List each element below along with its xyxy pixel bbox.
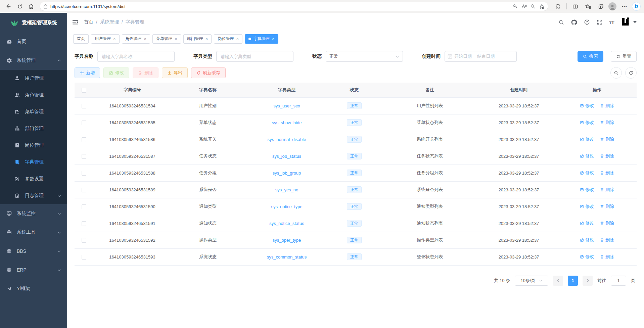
- sidebar-item-user-mgmt[interactable]: 用户管理: [0, 70, 67, 87]
- address-bar[interactable]: https://ccnetcore.com:1101/system/dict: [40, 2, 548, 11]
- sidebar-item-dept-mgmt[interactable]: 部门管理: [0, 120, 67, 137]
- row-checkbox[interactable]: [82, 137, 86, 142]
- dict-type-link[interactable]: sys_yes_no: [275, 187, 298, 192]
- tab-user-mgmt[interactable]: 用户管理×: [91, 34, 120, 44]
- row-checkbox[interactable]: [82, 238, 86, 243]
- tab-menu-mgmt[interactable]: 菜单管理×: [152, 34, 181, 44]
- header-search-icon[interactable]: [558, 19, 564, 25]
- row-checkbox[interactable]: [82, 104, 86, 108]
- tab-role-mgmt[interactable]: 角色管理×: [122, 34, 150, 44]
- row-edit-link[interactable]: 修改: [580, 220, 594, 226]
- tab-dict-mgmt[interactable]: 字典管理×: [245, 34, 278, 44]
- extensions-icon[interactable]: [553, 1, 563, 11]
- font-size-icon[interactable]: TT: [609, 19, 614, 25]
- status-select[interactable]: 正常: [326, 51, 403, 62]
- row-edit-link[interactable]: 修改: [580, 237, 594, 243]
- row-checkbox[interactable]: [82, 171, 86, 176]
- tab-close-icon[interactable]: ×: [272, 37, 275, 41]
- tab-close-icon[interactable]: ×: [113, 37, 116, 41]
- row-edit-link[interactable]: 修改: [580, 203, 594, 209]
- sidebar-item-monitor[interactable]: 系统监控: [0, 204, 67, 223]
- row-edit-link[interactable]: 修改: [580, 103, 594, 109]
- row-delete-link[interactable]: 删除: [600, 153, 614, 159]
- refresh-cache-button[interactable]: 刷新缓存: [191, 67, 226, 78]
- search-button[interactable]: 搜索: [578, 51, 603, 62]
- refresh-icon[interactable]: [15, 1, 25, 11]
- tab-dept-mgmt[interactable]: 部门管理×: [183, 34, 212, 44]
- sidebar-item-system[interactable]: 系统管理: [0, 51, 67, 70]
- sidebar-item-bbs[interactable]: BBS: [0, 242, 67, 261]
- row-delete-link[interactable]: 删除: [600, 254, 614, 260]
- dict-type-link[interactable]: sys_oper_type: [273, 238, 301, 243]
- tab-home[interactable]: 首页: [73, 34, 89, 44]
- tab-close-icon[interactable]: ×: [205, 37, 208, 41]
- dict-type-link[interactable]: sys_job_status: [272, 154, 301, 159]
- github-icon[interactable]: [571, 19, 577, 26]
- row-checkbox[interactable]: [82, 221, 86, 226]
- help-icon[interactable]: [584, 19, 590, 25]
- dict-type-link[interactable]: sys_common_status: [267, 254, 307, 260]
- sidebar-collapse-icon[interactable]: [72, 19, 79, 25]
- breadcrumb-system[interactable]: 系统管理: [100, 19, 119, 25]
- goto-page-input[interactable]: [611, 276, 626, 286]
- tab-post-mgmt[interactable]: 岗位管理×: [214, 34, 242, 44]
- add-favorite-icon[interactable]: [539, 4, 545, 9]
- row-checkbox[interactable]: [82, 154, 86, 159]
- row-edit-link[interactable]: 修改: [580, 170, 594, 176]
- date-range-picker[interactable]: 开始日期 - 结束日期: [445, 51, 517, 62]
- row-delete-link[interactable]: 删除: [600, 170, 614, 176]
- profile-logo[interactable]: [621, 17, 637, 27]
- page-size-select[interactable]: 10条/页: [515, 276, 548, 286]
- back-icon[interactable]: [3, 1, 13, 11]
- row-checkbox[interactable]: [82, 255, 86, 260]
- row-delete-link[interactable]: 删除: [600, 136, 614, 142]
- refresh-table-button[interactable]: [625, 67, 637, 79]
- row-checkbox[interactable]: [82, 188, 86, 192]
- sidebar-item-post-mgmt[interactable]: 岗位管理: [0, 137, 67, 154]
- row-edit-link[interactable]: 修改: [580, 120, 594, 126]
- lock-icon[interactable]: [43, 4, 48, 9]
- password-key-icon[interactable]: [512, 4, 518, 9]
- dict-type-link[interactable]: sys_job_group: [273, 171, 301, 176]
- end-date-placeholder[interactable]: 结束日期: [477, 53, 495, 59]
- row-delete-link[interactable]: 删除: [600, 203, 614, 209]
- sidebar-item-erp[interactable]: ERP: [0, 261, 67, 279]
- sidebar-item-dict-mgmt[interactable]: 字典管理: [0, 154, 67, 171]
- tab-close-icon[interactable]: ×: [175, 37, 177, 41]
- dict-type-link[interactable]: sys_show_hide: [272, 120, 302, 125]
- read-aloud-icon[interactable]: [521, 4, 527, 9]
- tab-close-icon[interactable]: ×: [236, 37, 239, 41]
- row-edit-link[interactable]: 修改: [580, 153, 594, 159]
- home-icon[interactable]: [26, 1, 36, 11]
- row-delete-link[interactable]: 删除: [600, 103, 614, 109]
- dict-type-link[interactable]: sys_notice_status: [269, 221, 304, 226]
- zoom-out-icon[interactable]: [530, 4, 536, 9]
- more-menu-icon[interactable]: ⋯: [619, 1, 629, 11]
- row-delete-link[interactable]: 删除: [600, 220, 614, 226]
- favorites-bar-icon[interactable]: [583, 1, 593, 11]
- add-button[interactable]: 新增: [75, 67, 100, 78]
- dict-type-input[interactable]: [216, 51, 293, 62]
- current-page-button[interactable]: 1: [568, 276, 578, 286]
- sidebar-item-param-settings[interactable]: 参数设置: [0, 171, 67, 187]
- row-delete-link[interactable]: 删除: [600, 120, 614, 126]
- export-button[interactable]: 导出: [162, 67, 188, 78]
- dict-name-input[interactable]: [97, 51, 175, 62]
- select-all-checkbox[interactable]: [82, 88, 86, 93]
- row-checkbox[interactable]: [82, 204, 86, 209]
- sidebar-item-yi-framework[interactable]: Yi框架: [0, 279, 67, 298]
- sidebar-item-home[interactable]: 首页: [0, 32, 67, 51]
- collections-icon[interactable]: [596, 1, 606, 11]
- reset-button[interactable]: 重置: [611, 51, 637, 62]
- edit-button[interactable]: 修改: [103, 67, 129, 78]
- tab-close-icon[interactable]: ×: [144, 37, 147, 41]
- dict-type-link[interactable]: sys_normal_disable: [268, 137, 306, 142]
- prev-page-button[interactable]: [553, 276, 563, 286]
- split-screen-icon[interactable]: [570, 1, 580, 11]
- row-edit-link[interactable]: 修改: [580, 254, 594, 260]
- sidebar-item-menu-mgmt[interactable]: 菜单管理: [0, 103, 67, 120]
- show-search-toggle-button[interactable]: [610, 67, 622, 79]
- row-checkbox[interactable]: [82, 121, 86, 125]
- start-date-placeholder[interactable]: 开始日期: [454, 53, 472, 59]
- sidebar-item-role-mgmt[interactable]: 角色管理: [0, 87, 67, 103]
